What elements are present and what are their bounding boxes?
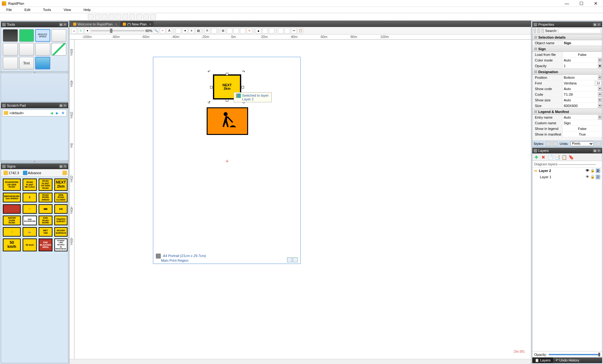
sign-thumbnail[interactable]: NEXT2km [54, 179, 68, 191]
sign-thumbnail[interactable]: BRIDGEWORK1km AHEAD [3, 193, 21, 202]
print-icon[interactable]: D [596, 169, 600, 173]
signs-count[interactable]: 1742.3 [2, 170, 20, 175]
tool-road[interactable] [3, 29, 18, 42]
style-icon[interactable] [546, 142, 551, 146]
canvas-sign-worker[interactable] [207, 107, 248, 135]
lock-icon[interactable]: 🔒 [590, 169, 595, 173]
sign-thumbnail[interactable]: POWER LINEWORKSIN PROGRESS [54, 238, 68, 251]
zoom-icon[interactable]: 🔍 [153, 28, 159, 34]
sign-thumbnail[interactable]: WETTAR [39, 227, 52, 237]
sign-thumbnail[interactable]: ▮▮▮ [39, 204, 52, 214]
zoom-slider[interactable] [91, 30, 144, 31]
units-icon[interactable] [596, 142, 601, 146]
toolbar-icon[interactable] [240, 28, 246, 34]
signs-filter[interactable]: Advance [22, 170, 43, 175]
scratchpad-path[interactable]: <default> ◀ ▶ ✚ [2, 110, 67, 116]
resize-handle[interactable] [242, 86, 244, 88]
prop-show-code[interactable]: Auto▾ [562, 86, 602, 91]
tool-delineator[interactable] [19, 29, 34, 42]
minimize-button[interactable]: — [560, 0, 574, 7]
signs-search-icon[interactable] [62, 171, 67, 175]
text-icon[interactable]: A [166, 28, 172, 34]
toolbar-icon[interactable]: ≡ [189, 28, 194, 34]
sign-thumbnail[interactable] [3, 204, 21, 214]
prop-color-mode[interactable]: Auto▾ [562, 57, 602, 63]
copy-icon[interactable]: ⎘ [204, 28, 210, 34]
tab-welcome[interactable]: Welcome to RapidPlan× [71, 21, 120, 27]
properties-search-input[interactable] [558, 28, 601, 33]
close-icon[interactable]: × [115, 22, 117, 26]
sign-thumbnail[interactable]: ROADWORKON SIDE ROAD [3, 179, 21, 191]
tool-sign[interactable]: REDUCESPEED [35, 29, 50, 42]
panel-pin-button[interactable]: ▣ [59, 164, 63, 168]
panel-pin-button[interactable]: ▣ [593, 149, 597, 153]
sign-thumbnail[interactable]: ROAD PLANTNE 3.2km [23, 179, 37, 191]
layer-icon[interactable]: 📑 [554, 154, 560, 160]
layer-row[interactable]: ➡ Layer 2 👁🔒D [532, 168, 602, 174]
prop-show-manifest[interactable]: True [562, 131, 602, 137]
prop-size[interactable]: 600X600▾ [562, 103, 602, 108]
sign-thumbnail[interactable]: 50km/h [3, 238, 21, 251]
sign-thumbnail[interactable]: ROAD PLANTON SIDE ROAD [39, 179, 52, 191]
sign-thumbnail[interactable]: ENDROADWORK [39, 216, 52, 225]
resize-handle[interactable] [210, 86, 213, 88]
dropdown-icon[interactable]: ▾ [84, 28, 90, 34]
delete-icon[interactable]: ✕ [247, 28, 252, 34]
rotate-handle[interactable]: ↷ [242, 70, 247, 74]
visibility-icon[interactable]: 👁 [585, 169, 589, 173]
prop-opacity[interactable]: 1◆ [562, 63, 602, 68]
tab-layers[interactable]: 📋Layers [532, 357, 553, 363]
sign-thumbnail[interactable]: ENDBLASTING AREA [39, 238, 52, 251]
center-icon[interactable]: + [160, 28, 166, 34]
toolbar-icon[interactable] [136, 14, 142, 20]
menu-edit[interactable]: Edit [18, 7, 37, 13]
menu-view[interactable]: View [57, 7, 77, 13]
flip-icon[interactable]: ▲ [256, 28, 261, 34]
tool-dimension[interactable] [35, 43, 50, 56]
group-icon[interactable]: ⊞ [220, 28, 226, 34]
layer-opacity-slider[interactable] [549, 354, 600, 355]
page-icon[interactable] [287, 257, 292, 262]
sign-thumbnail[interactable]: ↑↓ [3, 227, 21, 237]
panel-close-button[interactable]: ✕ [597, 23, 601, 26]
delete-layer-icon[interactable]: ✖ [541, 154, 546, 160]
sign-thumbnail[interactable]: 🚦 [23, 193, 37, 202]
toolbar-icon[interactable] [143, 14, 149, 20]
sign-thumbnail[interactable]: ↑↑ [23, 204, 37, 214]
toolbar-icon[interactable] [129, 14, 135, 20]
resize-handle[interactable] [226, 99, 228, 102]
layer-icon[interactable]: 🔖 [568, 154, 574, 160]
panel-pin-button[interactable]: ▣ [593, 23, 597, 26]
scratch-back-icon[interactable]: ◀ [49, 110, 54, 115]
sign-thumbnail[interactable]: ROADWORKAHEAD [39, 193, 52, 202]
prop-position[interactable]: Bottom▾ [562, 75, 602, 80]
home-icon[interactable]: ⌂ [71, 28, 77, 34]
sign-thumbnail[interactable]: 🚛 [23, 227, 37, 237]
tool-line[interactable] [52, 43, 67, 56]
panel-collapse[interactable]: ▴ [1, 160, 68, 162]
section-designation[interactable]: Designation [532, 69, 602, 75]
toolbar-icon[interactable] [88, 14, 94, 20]
toolbar-icon[interactable] [150, 14, 156, 20]
toolbar-icon[interactable] [227, 28, 232, 34]
rotate-handle[interactable]: ↺ [208, 100, 212, 105]
toolbar-icon[interactable] [122, 14, 128, 20]
panel-close-button[interactable]: ✕ [63, 164, 67, 168]
scratchpad-header[interactable]: Scratch Pad ▣✕ [1, 103, 68, 108]
properties-header[interactable]: Properties ▣✕ [532, 22, 602, 27]
sign-thumbnail[interactable]: SIDE ROADCLOSED [54, 193, 68, 202]
props-view-icon[interactable] [534, 29, 536, 33]
tool-zone[interactable] [3, 43, 18, 56]
toolbar-icon[interactable] [269, 28, 274, 34]
lock-icon[interactable]: 🔒 [590, 175, 595, 179]
tool-shape[interactable] [3, 57, 18, 69]
toolbar-icon[interactable] [262, 28, 268, 34]
prop-entry-name[interactable]: Auto▾ [562, 115, 602, 120]
section-sign[interactable]: Sign [532, 46, 602, 52]
toolbar-icon[interactable] [102, 14, 107, 20]
sign-thumbnail[interactable]: ENDROADWORK [23, 216, 37, 225]
section-selection[interactable]: Selection details [532, 34, 602, 40]
prop-font[interactable]: Verdana12 [562, 80, 602, 86]
close-icon[interactable]: × [149, 22, 151, 26]
props-view-icon[interactable] [537, 29, 540, 33]
